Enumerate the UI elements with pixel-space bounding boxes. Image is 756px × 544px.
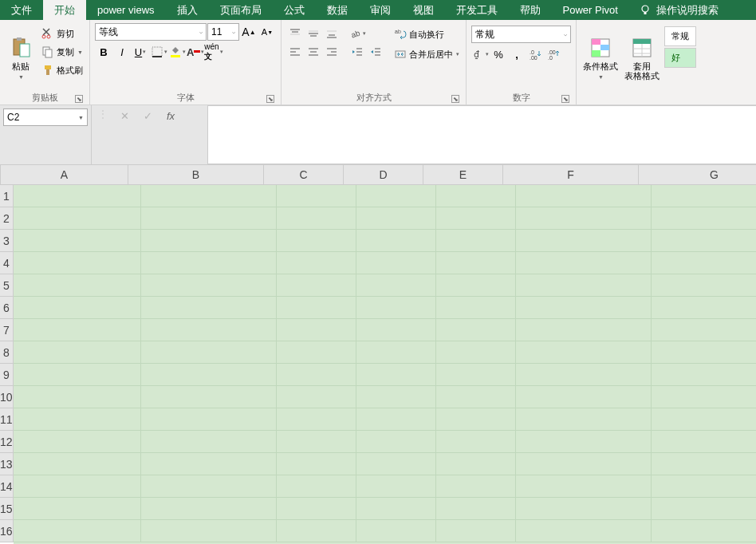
cell-D2[interactable] (356, 207, 436, 230)
cell-A2[interactable] (14, 207, 141, 230)
cell-G12[interactable] (652, 431, 756, 453)
cell-E12[interactable] (436, 431, 516, 453)
align-bottom-button[interactable] (323, 26, 341, 41)
percent-button[interactable]: % (490, 45, 507, 63)
tab-powerviews[interactable]: power views (86, 0, 166, 20)
column-header-A[interactable]: A (1, 165, 128, 185)
column-header-F[interactable]: F (503, 165, 639, 185)
table-format-button[interactable]: 套用 表格格式 (623, 23, 661, 84)
cell-G7[interactable] (652, 319, 756, 341)
column-header-C[interactable]: C (264, 165, 344, 185)
cell-F2[interactable] (516, 207, 652, 230)
cancel-formula-button[interactable]: ✕ (119, 108, 131, 124)
cell-B8[interactable] (141, 341, 277, 364)
cell-B4[interactable] (141, 252, 277, 274)
cell-G14[interactable] (652, 475, 756, 498)
orientation-button[interactable]: ab▾ (348, 26, 366, 41)
cell-style-normal[interactable]: 常规 (664, 26, 696, 46)
cell-D1[interactable] (356, 185, 436, 207)
cut-button[interactable]: 剪切 (40, 25, 85, 42)
tab-review[interactable]: 审阅 (359, 0, 402, 20)
cell-E15[interactable] (436, 498, 516, 520)
cell-E9[interactable] (436, 364, 516, 386)
cell-C9[interactable] (277, 364, 356, 386)
cell-D3[interactable] (356, 230, 436, 252)
bold-button[interactable]: B (95, 43, 112, 61)
cell-C12[interactable] (277, 431, 356, 453)
cell-B15[interactable] (141, 498, 277, 520)
cell-C2[interactable] (277, 207, 356, 230)
cell-C16[interactable] (277, 520, 356, 542)
cell-D5[interactable] (356, 274, 436, 297)
cell-A6[interactable] (14, 297, 141, 319)
cell-A15[interactable] (14, 498, 141, 520)
number-format-select[interactable]: 常规⌵ (471, 26, 571, 43)
cell-C3[interactable] (277, 230, 356, 252)
row-header-13[interactable]: 13 (0, 453, 14, 475)
cell-C8[interactable] (277, 341, 356, 364)
cell-C15[interactable] (277, 498, 356, 520)
align-middle-button[interactable] (305, 26, 322, 41)
enter-formula-button[interactable]: ✓ (142, 108, 154, 124)
cell-G5[interactable] (652, 274, 756, 297)
number-dialog-launcher[interactable]: ⬊ (561, 95, 569, 103)
cell-D8[interactable] (356, 341, 436, 364)
font-color-button[interactable]: A▾ (187, 43, 204, 61)
cell-A1[interactable] (14, 185, 141, 207)
column-header-B[interactable]: B (128, 165, 264, 185)
decrease-decimal-button[interactable]: .00.0 (545, 45, 562, 63)
cell-F16[interactable] (516, 520, 652, 542)
cell-A4[interactable] (14, 252, 141, 274)
cell-E5[interactable] (436, 274, 516, 297)
paste-button[interactable]: 粘贴▼ (5, 23, 37, 84)
cell-C11[interactable] (277, 408, 356, 431)
cell-D16[interactable] (356, 520, 436, 542)
cell-G2[interactable] (652, 207, 756, 230)
tab-developer[interactable]: 开发工具 (445, 0, 509, 20)
cell-E3[interactable] (436, 230, 516, 252)
font-name-select[interactable]: 等线⌵ (95, 23, 207, 41)
copy-button[interactable]: 复制▼ (40, 43, 85, 61)
cell-E8[interactable] (436, 341, 516, 364)
row-header-12[interactable]: 12 (0, 431, 14, 453)
cell-D15[interactable] (356, 498, 436, 520)
font-dialog-launcher[interactable]: ⬊ (266, 95, 274, 103)
cell-C10[interactable] (277, 386, 356, 408)
decrease-indent-button[interactable] (348, 44, 366, 60)
row-header-1[interactable]: 1 (0, 185, 14, 207)
cell-B11[interactable] (141, 408, 277, 431)
row-header-6[interactable]: 6 (0, 297, 14, 319)
tab-help[interactable]: 帮助 (509, 0, 552, 20)
cell-B9[interactable] (141, 364, 277, 386)
cell-C14[interactable] (277, 475, 356, 498)
decrease-font-button[interactable]: A▼ (258, 23, 276, 41)
increase-indent-button[interactable] (367, 44, 384, 60)
cell-F11[interactable] (516, 408, 652, 431)
cell-G15[interactable] (652, 498, 756, 520)
cell-C13[interactable] (277, 453, 356, 475)
cell-G1[interactable] (652, 185, 756, 207)
cell-B14[interactable] (141, 475, 277, 498)
align-center-button[interactable] (305, 44, 322, 60)
cell-C5[interactable] (277, 274, 356, 297)
clipboard-dialog-launcher[interactable]: ⬊ (75, 95, 83, 103)
font-size-select[interactable]: 11⌵ (207, 23, 239, 41)
cell-E16[interactable] (436, 520, 516, 542)
cell-F15[interactable] (516, 498, 652, 520)
cell-E14[interactable] (436, 475, 516, 498)
wrap-text-button[interactable]: ab 自动换行 (392, 26, 461, 43)
cell-D7[interactable] (356, 319, 436, 341)
cell-style-good[interactable]: 好 (664, 48, 696, 68)
cell-B1[interactable] (141, 185, 277, 207)
cell-E2[interactable] (436, 207, 516, 230)
cell-A16[interactable] (14, 520, 141, 542)
row-header-10[interactable]: 10 (0, 386, 14, 408)
cell-A14[interactable] (14, 475, 141, 498)
cell-D9[interactable] (356, 364, 436, 386)
cell-G16[interactable] (652, 520, 756, 542)
cell-A9[interactable] (14, 364, 141, 386)
column-header-D[interactable]: D (344, 165, 423, 185)
align-top-button[interactable] (286, 26, 304, 41)
accounting-format-button[interactable]: ₫▾ (471, 45, 489, 63)
cell-E11[interactable] (436, 408, 516, 431)
